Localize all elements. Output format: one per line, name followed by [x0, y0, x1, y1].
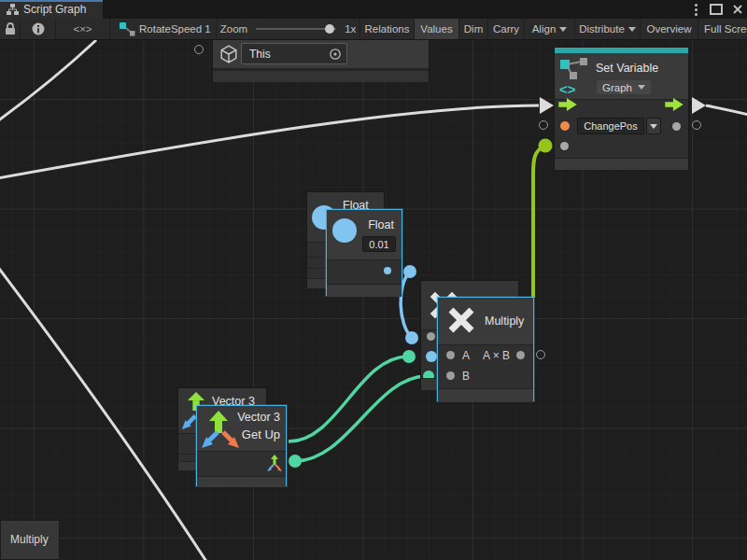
- relations-button[interactable]: Relations: [360, 19, 415, 39]
- set-variable-title: Set Variable: [596, 62, 658, 75]
- graph-asset-name: RotateSpeed 1: [139, 23, 211, 35]
- carry-label: Carry: [493, 23, 519, 35]
- multiply-header: Multiply: [438, 298, 533, 345]
- multiply-footer: [438, 388, 533, 402]
- gameobject-field-value: This: [249, 48, 271, 61]
- variable-kind-dropdown[interactable]: Graph: [596, 79, 652, 95]
- info-button[interactable]: [21, 19, 56, 39]
- float-node[interactable]: Float 0.01: [326, 209, 402, 296]
- variable-name-field[interactable]: ChangePos: [577, 118, 644, 134]
- tab-title: Script Graph: [23, 3, 86, 16]
- variable-chevrons-glyph: <>: [559, 81, 576, 96]
- float-value-field[interactable]: 0.01: [362, 236, 396, 252]
- set-variable-right-ring[interactable]: [692, 120, 701, 130]
- graph-asset-button[interactable]: RotateSpeed 1: [110, 19, 217, 39]
- chevron-down-icon: [559, 27, 567, 32]
- vector3-header: Vector 3 Get Up: [197, 406, 286, 452]
- vector3-footer: [197, 476, 286, 487]
- graph-toolbar: <×> RotateSpeed 1 Zoom 1x Relations Valu…: [0, 19, 747, 40]
- unity-visual-scripting-window: This <> Set Variable Graph: [0, 0, 747, 560]
- dim-label: Dim: [464, 23, 483, 35]
- cube-icon: [219, 44, 238, 64]
- float-output-port[interactable]: [384, 267, 391, 274]
- overlay-toggle-button[interactable]: <×>: [56, 19, 110, 39]
- multiply-title: Multiply: [485, 315, 524, 328]
- relations-label: Relations: [365, 23, 410, 35]
- float-header: Float 0.01: [327, 210, 402, 260]
- multiply-right-ring[interactable]: [536, 350, 545, 359]
- distribute-dropdown[interactable]: Distribute: [575, 19, 641, 39]
- variable-kind-value: Graph: [602, 82, 632, 93]
- this-node[interactable]: This: [212, 39, 430, 82]
- chevron-down-icon: [628, 27, 636, 32]
- values-label: Values: [420, 23, 452, 35]
- zoom-control: Zoom 1x: [217, 19, 360, 39]
- info-icon: [32, 22, 45, 35]
- multiply-input-a-port[interactable]: [446, 351, 455, 359]
- tab-script-graph[interactable]: Script Graph: [0, 0, 103, 19]
- variable-value-port[interactable]: [560, 142, 569, 150]
- tab-bar: Script Graph: [0, 0, 747, 19]
- set-variable-icon: <>: [559, 57, 591, 96]
- float-value: 0.01: [369, 239, 388, 250]
- distribute-label: Distribute: [579, 23, 625, 35]
- chevron-down-icon: [638, 85, 645, 90]
- multiply-input-b-port[interactable]: [446, 371, 455, 380]
- this-node-header: This: [213, 40, 429, 69]
- zoom-slider[interactable]: [256, 28, 336, 30]
- vector3-get-up-node[interactable]: Vector 3 Get Up: [196, 405, 287, 486]
- zoom-slider-handle[interactable]: [325, 24, 334, 34]
- control-output-arrow[interactable]: [665, 98, 684, 111]
- multiply-output-port[interactable]: [516, 351, 525, 359]
- multiply-label-a: A: [462, 349, 470, 362]
- dim-button[interactable]: Dim: [459, 19, 488, 39]
- fullscreen-button[interactable]: Full Screen: [698, 19, 747, 39]
- set-variable-footer: [555, 158, 688, 170]
- values-button[interactable]: Values: [415, 19, 459, 39]
- vector3-output-port-icon[interactable]: [266, 455, 283, 471]
- variable-name-dropdown-button[interactable]: [646, 118, 661, 134]
- variable-name-port[interactable]: [560, 121, 570, 131]
- script-graph-icon: [7, 4, 19, 16]
- multiply-node[interactable]: Multiply A A × B B: [437, 297, 534, 401]
- lock-icon: [5, 22, 16, 35]
- variable-output-port[interactable]: [672, 122, 681, 131]
- multiply-back-port-a[interactable]: [426, 351, 437, 362]
- set-variable-header: <> Set Variable Graph: [555, 53, 688, 100]
- object-picker-icon[interactable]: [329, 48, 342, 61]
- float-title: Float: [368, 218, 394, 231]
- lock-button[interactable]: [0, 19, 21, 39]
- overview-label: Overview: [647, 23, 692, 35]
- float-footer: [327, 284, 402, 297]
- chevron-down-icon: [650, 124, 657, 129]
- align-dropdown[interactable]: Align: [525, 19, 575, 39]
- zoom-value: 1x: [345, 23, 356, 35]
- control-input-arrow[interactable]: [558, 98, 577, 111]
- gameobject-field[interactable]: This: [241, 43, 347, 64]
- close-icon[interactable]: [732, 4, 743, 15]
- multiply-x-icon: [445, 304, 477, 336]
- multiply-label-result: A × B: [483, 349, 510, 362]
- zoom-label: Zoom: [220, 23, 247, 35]
- set-variable-left-ring[interactable]: [539, 120, 548, 130]
- maximize-icon[interactable]: [710, 4, 723, 15]
- variable-name-value: ChangePos: [584, 120, 638, 132]
- overlay-toggle-glyph: <×>: [73, 23, 92, 35]
- multiply-back-port-1[interactable]: [427, 332, 435, 341]
- fullscreen-label: Full Screen: [704, 23, 747, 35]
- vector3-title: Vector 3: [237, 411, 280, 424]
- float-type-icon: [332, 218, 357, 243]
- multiply-label-b: B: [462, 370, 470, 383]
- graph-asset-icon: [120, 22, 135, 36]
- menu-kebab-icon[interactable]: [695, 8, 698, 11]
- set-variable-node[interactable]: <> Set Variable Graph ChangePos: [554, 47, 689, 170]
- this-node-port-ring[interactable]: [194, 45, 204, 54]
- overview-button[interactable]: Overview: [641, 19, 698, 39]
- graph-breadcrumb[interactable]: Multiply: [0, 520, 60, 560]
- carry-button[interactable]: Carry: [488, 19, 525, 39]
- this-node-footer: [213, 70, 429, 82]
- vector3-subtitle: Get Up: [242, 427, 280, 441]
- breadcrumb-label: Multiply: [10, 533, 49, 546]
- align-label: Align: [532, 23, 557, 35]
